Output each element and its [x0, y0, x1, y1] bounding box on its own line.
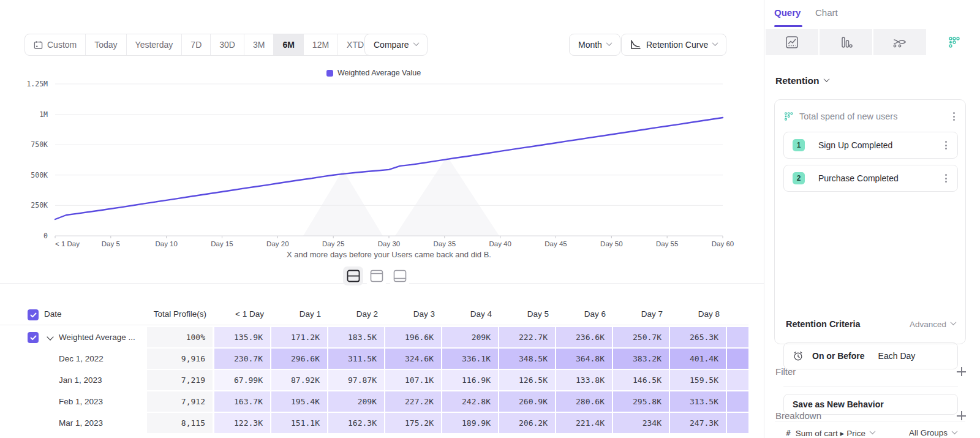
retention-value-cell[interactable]: 175.2K: [385, 413, 442, 434]
add-filter-button[interactable]: [957, 367, 966, 376]
report-section-selector[interactable]: Retention: [775, 75, 829, 86]
total-cell[interactable]: 100%: [147, 327, 214, 349]
chevron-down-icon[interactable]: [47, 333, 53, 340]
retention-value-cell[interactable]: 159.5K: [670, 370, 727, 391]
retention-value-cell[interactable]: 67.99K: [214, 370, 271, 391]
select-all-checkbox[interactable]: [28, 309, 39, 320]
retention-value-cell[interactable]: 116.9K: [442, 370, 499, 391]
total-cell[interactable]: 9,916: [147, 349, 214, 370]
retention-value-cell[interactable]: 296.6K: [271, 349, 328, 370]
retention-value-cell[interactable]: 242.8K: [442, 391, 499, 413]
range-12m[interactable]: 12M: [304, 34, 338, 55]
retention-value-cell[interactable]: 135.9K: [214, 327, 271, 349]
range-3m[interactable]: 3M: [244, 34, 274, 55]
range-today[interactable]: Today: [86, 34, 126, 55]
column-header-day[interactable]: Day 6: [558, 309, 606, 319]
kebab-menu-icon[interactable]: [941, 140, 950, 151]
chart-type-button[interactable]: Retention Curve: [621, 34, 726, 56]
retention-value-cell[interactable]: 260.9K: [499, 391, 556, 413]
retention-value-cell[interactable]: 364.8K: [556, 349, 613, 370]
granularity-button[interactable]: Month: [569, 34, 620, 56]
table-view-button[interactable]: [390, 266, 410, 285]
retention-value-cell[interactable]: 250.7K: [613, 327, 670, 349]
behavior-header[interactable]: Total spend of new users: [783, 105, 958, 128]
retention-value-cell-partial[interactable]: [727, 327, 748, 349]
column-header-day[interactable]: Day 5: [501, 309, 549, 319]
kebab-menu-icon[interactable]: [949, 111, 958, 122]
row-checkbox[interactable]: [28, 332, 39, 343]
retention-value-cell[interactable]: 195.4K: [271, 391, 328, 413]
column-header-day[interactable]: < 1 Day: [216, 309, 264, 319]
retention-value-cell[interactable]: 247.3K: [670, 413, 727, 434]
total-cell[interactable]: 8,115: [147, 413, 214, 434]
tile-insights-report[interactable]: [766, 29, 818, 55]
column-header-total[interactable]: Total Profile(s): [146, 309, 206, 319]
retention-value-cell-partial[interactable]: [727, 370, 748, 391]
retention-value-cell[interactable]: 295.8K: [613, 391, 670, 413]
retention-value-cell[interactable]: 171.2K: [271, 327, 328, 349]
retention-value-cell[interactable]: 234K: [613, 413, 670, 434]
column-header-day[interactable]: Day 3: [387, 309, 435, 319]
retention-value-cell[interactable]: 227.2K: [385, 391, 442, 413]
row-label[interactable]: Feb 1, 2023: [59, 397, 103, 406]
row-label[interactable]: Jan 1, 2023: [59, 376, 102, 385]
retention-value-cell[interactable]: 146.5K: [613, 370, 670, 391]
tile-flows-report[interactable]: [873, 29, 926, 55]
column-header-day[interactable]: Day 8: [672, 309, 720, 319]
retention-value-cell[interactable]: 313.5K: [670, 391, 727, 413]
checkbox[interactable]: [28, 332, 39, 343]
range-30d[interactable]: 30D: [211, 34, 244, 55]
retention-value-cell[interactable]: 163.7K: [214, 391, 271, 413]
retention-value-cell-partial[interactable]: [727, 349, 748, 370]
behavior-step-2[interactable]: 2Purchase Completed: [783, 165, 958, 192]
retention-value-cell[interactable]: 183.5K: [328, 327, 385, 349]
chart-view-button[interactable]: [366, 266, 386, 285]
retention-value-cell[interactable]: 87.92K: [271, 370, 328, 391]
total-cell[interactable]: 7,912: [147, 391, 214, 413]
retention-value-cell[interactable]: 383.2K: [613, 349, 670, 370]
retention-value-cell[interactable]: 401.4K: [670, 349, 727, 370]
tile-retention-report[interactable]: [927, 29, 980, 55]
behavior-step-1[interactable]: 1Sign Up Completed: [783, 132, 958, 159]
checkbox[interactable]: [28, 309, 39, 320]
total-cell[interactable]: 7,219: [147, 370, 214, 391]
retention-value-cell-partial[interactable]: [727, 391, 748, 413]
retention-value-cell[interactable]: 126.5K: [499, 370, 556, 391]
retention-value-cell[interactable]: 133.8K: [556, 370, 613, 391]
row-label[interactable]: Mar 1, 2023: [59, 418, 103, 428]
criteria-condition-dropdown[interactable]: On or Before: [812, 351, 865, 361]
retention-value-cell[interactable]: 236.6K: [556, 327, 613, 349]
retention-value-cell[interactable]: 209K: [442, 327, 499, 349]
retention-value-cell[interactable]: 151.1K: [271, 413, 328, 434]
range-custom[interactable]: Custom: [25, 34, 86, 55]
range-6m[interactable]: 6M: [274, 34, 303, 55]
criteria-mode-dropdown[interactable]: Advanced: [910, 320, 956, 329]
retention-value-cell[interactable]: 122.3K: [214, 413, 271, 434]
retention-value-cell[interactable]: 336.1K: [442, 349, 499, 370]
range-yesterday[interactable]: Yesterday: [127, 34, 183, 55]
retention-value-cell[interactable]: 311.5K: [328, 349, 385, 370]
retention-value-cell[interactable]: 324.6K: [385, 349, 442, 370]
tab-query[interactable]: Query: [774, 7, 801, 18]
retention-value-cell[interactable]: 230.7K: [214, 349, 271, 370]
retention-value-cell[interactable]: 222.7K: [499, 327, 556, 349]
retention-value-cell[interactable]: 265.3K: [670, 327, 727, 349]
criteria-window-dropdown[interactable]: Each Day: [878, 351, 916, 361]
column-header-day[interactable]: Day 1: [273, 309, 321, 319]
retention-value-cell[interactable]: 162.3K: [328, 413, 385, 434]
retention-line-chart[interactable]: 1.25M1M750K500K250K0< 1 DayDay 5Day 10Da…: [0, 64, 747, 266]
retention-value-cell[interactable]: 97.87K: [328, 370, 385, 391]
groups-dropdown[interactable]: All Groups: [909, 428, 957, 437]
column-header-day[interactable]: Day 4: [444, 309, 492, 319]
retention-value-cell[interactable]: 209K: [328, 391, 385, 413]
compare-button[interactable]: Compare: [364, 34, 428, 56]
retention-value-cell[interactable]: 221.4K: [556, 413, 613, 434]
retention-value-cell[interactable]: 348.5K: [499, 349, 556, 370]
retention-value-cell[interactable]: 107.1K: [385, 370, 442, 391]
retention-value-cell[interactable]: 280.6K: [556, 391, 613, 413]
retention-value-cell-partial[interactable]: [727, 413, 748, 434]
column-header-day[interactable]: Day 7: [615, 309, 663, 319]
split-view-button[interactable]: [343, 266, 363, 285]
add-breakdown-button[interactable]: [957, 411, 966, 420]
retention-value-cell[interactable]: 196.6K: [385, 327, 442, 349]
